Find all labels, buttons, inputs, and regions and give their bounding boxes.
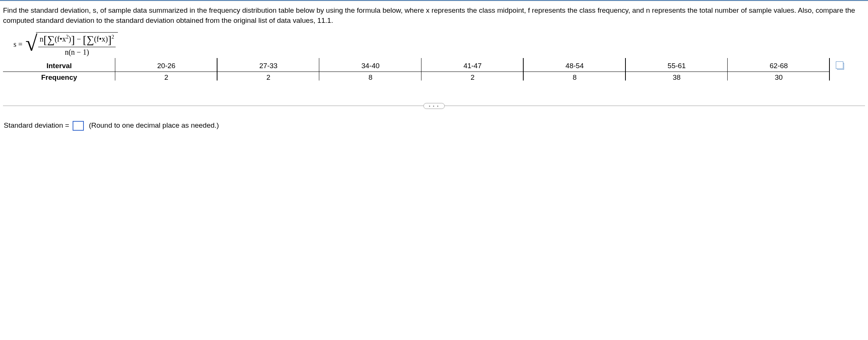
interval-cell: 34-40 xyxy=(319,60,421,72)
frequency-cell: 8 xyxy=(524,72,626,84)
interval-cell: 41-47 xyxy=(421,60,524,72)
frequency-cell: 2 xyxy=(115,72,217,84)
copy-icon[interactable] xyxy=(837,63,844,70)
sqrt-expression: √ n[∑(f•x2)] − [∑(f•x)]2 n(n − 1) xyxy=(25,32,118,57)
frequency-cell: 8 xyxy=(319,72,421,84)
radical-icon: √ xyxy=(25,34,37,58)
frequency-cell: 30 xyxy=(728,72,830,84)
formula-numerator: n[∑(f•x2)] − [∑(f•x)]2 xyxy=(38,33,116,47)
interval-cell: 27-33 xyxy=(217,60,320,72)
formula-denominator: n(n − 1) xyxy=(38,47,116,57)
interval-cell: 55-61 xyxy=(626,60,728,72)
frequency-table: Interval 20-26 27-33 34-40 41-47 48-54 5… xyxy=(3,60,848,83)
answer-label: Standard deviation = xyxy=(4,121,69,129)
interval-cell: 48-54 xyxy=(524,60,626,72)
table-copy-cell xyxy=(830,60,848,72)
expand-toggle-pill[interactable]: • • • xyxy=(423,103,445,109)
row-label-interval: Interval xyxy=(3,60,115,72)
interval-cell: 62-68 xyxy=(728,60,830,72)
table-row: Interval 20-26 27-33 34-40 41-47 48-54 5… xyxy=(3,60,848,72)
question-text: Find the standard deviation, s, of sampl… xyxy=(3,6,865,25)
frequency-cell: 2 xyxy=(217,72,320,84)
answer-row: Standard deviation = (Round to one decim… xyxy=(4,121,865,131)
fraction: n[∑(f•x2)] − [∑(f•x)]2 n(n − 1) xyxy=(38,33,116,57)
frequency-cell: 38 xyxy=(626,72,728,84)
formula-display: s = √ n[∑(f•x2)] − [∑(f•x)]2 n(n − 1) xyxy=(13,32,865,57)
row-label-frequency: Frequency xyxy=(3,72,115,84)
question-panel: Find the standard deviation, s, of sampl… xyxy=(0,1,868,135)
interval-cell: 20-26 xyxy=(115,60,217,72)
section-divider: • • • xyxy=(3,106,865,106)
formula-lhs: s = xyxy=(13,40,22,49)
rounding-hint: (Round to one decimal place as needed.) xyxy=(89,121,219,129)
standard-deviation-input[interactable] xyxy=(73,121,84,131)
frequency-cell: 2 xyxy=(421,72,524,84)
table-row: Frequency 2 2 8 2 8 38 30 xyxy=(3,72,848,84)
